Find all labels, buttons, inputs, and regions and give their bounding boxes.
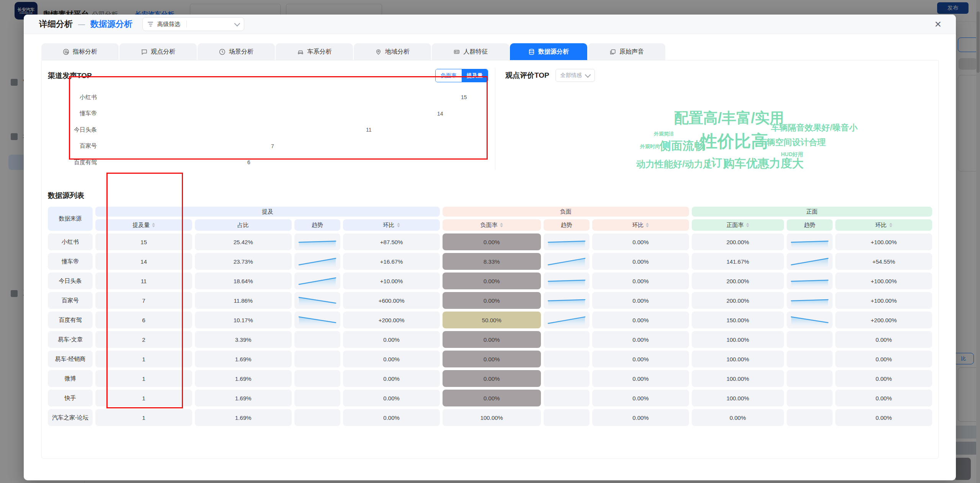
trend-sparkline [788,294,831,307]
cell-mention-count: 1 [95,390,192,406]
cell-positive-rate: 200.00% [692,233,784,250]
cell-negative-rate: 0.00% [443,331,541,348]
analysis-panel: 渠道发声TOP 负面率 提及量 小红书15懂车帝14今日头条11百家号7百度有驾… [41,60,939,459]
cell-mom: 0.00% [343,351,440,367]
trend-sparkline [296,235,339,248]
metric-toggle: 负面率 提及量 [435,69,488,82]
tab-label: 车系分析 [307,48,332,56]
bar-value-label: 6 [247,159,250,165]
sort-icon[interactable] [646,223,649,227]
cell-negative-trend [544,390,590,406]
cell-negative-trend [544,331,590,348]
cell-mom: 0.00% [343,331,440,348]
cell-positive-trend [787,292,833,309]
cell-share: 25.42% [195,233,292,250]
col-header-环比[interactable]: 环比 [835,219,932,231]
tab-人群特征[interactable]: 人群特征 [432,43,509,60]
cell-negative-rate: 100.00% [443,409,541,426]
row-source: 百家号 [48,292,93,309]
cell-negative-trend [544,351,590,367]
advanced-filter-dropdown[interactable]: 高级筛选 [142,17,244,31]
cloud-word[interactable]: HUD好用 [781,152,803,157]
sort-icon[interactable] [889,223,892,227]
cell-mention-count: 7 [95,292,192,309]
opinion-cloud-title: 观点评价TOP [505,70,549,80]
cell-negative-rate: 0.00% [443,233,541,250]
trend-sparkline [545,294,588,307]
cell-negative-rate: 50.00% [443,312,541,328]
advanced-filter-label: 高级筛选 [157,21,180,28]
cell-trend [294,351,340,367]
col-header-环比[interactable]: 环比 [592,219,689,231]
cell-negative-trend [544,253,590,270]
trend-sparkline [788,274,831,287]
cell-negative-rate: 0.00% [443,390,541,406]
cell-negative-trend [544,233,590,250]
cell-trend [294,253,340,270]
cell-positive-rate: 100.00% [692,390,784,406]
tab-地域分析[interactable]: 地域分析 [354,43,431,60]
cloud-word[interactable]: 外观简洁 [654,131,674,136]
cloud-word[interactable]: 外观时尚 [640,144,660,149]
bar-row: 小红书15 [48,89,495,106]
cell-positive-mom: 0.00% [835,390,932,406]
cell-positive-mom: 0.00% [835,351,932,367]
cloud-word[interactable]: 车辆空间设计合理 [758,138,826,147]
col-header-提及量[interactable]: 提及量 [95,219,192,231]
toggle-negative-rate[interactable]: 负面率 [436,69,462,82]
close-icon[interactable]: × [934,18,941,30]
cell-negative-mom: 0.00% [592,370,689,387]
cell-positive-rate: 100.00% [692,331,784,348]
chevron-down-icon [234,20,240,26]
sort-icon[interactable] [152,223,155,227]
cell-mention-count: 14 [95,253,192,270]
sentiment-dropdown[interactable]: 全部情感 [555,69,595,82]
col-header-正面率[interactable]: 正面率 [692,219,784,231]
opinion-word-cloud: 配置高/丰富/实用车辆隔音效果好/噪音小外观简洁侧面流畅性价比高车辆空间设计合理… [505,82,938,178]
col-header-环比[interactable]: 环比 [343,219,440,231]
cell-negative-trend [544,292,590,309]
trend-sparkline [788,313,831,326]
sort-icon[interactable] [397,223,400,227]
toggle-mention-count[interactable]: 提及量 [462,69,488,82]
sort-icon[interactable] [500,223,503,227]
filter-icon [147,22,154,26]
tab-场景分析[interactable]: 场景分析 [198,43,275,60]
cell-negative-rate: 8.33% [443,253,541,270]
cloud-word[interactable]: 车辆隔音效果好/噪音小 [771,124,858,132]
trend-sparkline [296,274,339,287]
cell-positive-trend [787,273,833,289]
cell-positive-mom: +100.00% [835,273,932,289]
bar-row: 百度有驾6 [48,154,495,171]
datasource-table-title: 数据源列表 [48,191,938,201]
title-dash: — [78,20,85,28]
tab-指标分析[interactable]: 指标分析 [41,43,119,60]
cell-mom: +200.00% [343,312,440,328]
tab-原始声音[interactable]: 原始声音 [588,43,665,60]
cloud-word[interactable]: 性价比高 [701,133,768,150]
cloud-word[interactable]: 配置高/丰富/实用 [674,111,784,125]
tab-车系分析[interactable]: 车系分析 [276,43,353,60]
trend-sparkline [545,235,588,248]
cell-mom: 0.00% [343,409,440,426]
cell-share: 11.86% [195,292,292,309]
cell-mom: 0.00% [343,390,440,406]
trend-sparkline [545,255,588,268]
cell-mom: +16.67% [343,253,440,270]
cell-positive-mom: 0.00% [835,409,932,426]
cloud-word[interactable]: 购车优惠力度大 [723,158,804,169]
cell-positive-mom: +200.00% [835,312,932,328]
cell-mom: +87.50% [343,233,440,250]
trend-sparkline [296,313,339,326]
tab-数据源分析[interactable]: 数据源分析 [510,43,587,60]
tab-观点分析[interactable]: 观点分析 [119,43,197,60]
cell-positive-rate: 200.00% [692,273,784,289]
cell-trend [294,390,340,406]
cloud-word[interactable]: 侧面流畅 [660,140,706,152]
row-source: 汽车之家-论坛 [48,409,93,426]
col-header-负面率[interactable]: 负面率 [443,219,541,231]
row-source: 懂车帝 [48,253,93,270]
sort-icon[interactable] [746,223,749,227]
detail-analysis-modal: 详细分析 — 数据源分析 高级筛选 × 指标分析观点分析场景分析车系分析地域分析… [24,15,956,480]
sentiment-dropdown-value: 全部情感 [560,72,582,79]
